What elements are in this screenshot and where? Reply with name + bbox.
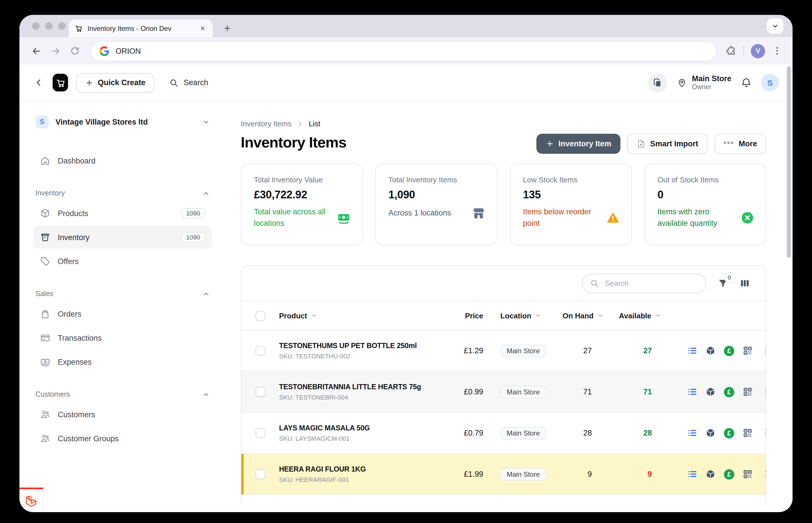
browser-menu-icon[interactable] (772, 46, 782, 56)
kebab-menu-icon (761, 428, 766, 438)
sidebar-item-transactions[interactable]: Transactions (33, 326, 212, 349)
sidebar-item-customers[interactable]: Customers (33, 403, 212, 426)
row-checkbox[interactable] (255, 387, 265, 397)
sidebar-section-inventory[interactable]: Inventory (33, 186, 212, 201)
row-menu-button[interactable] (761, 469, 766, 479)
stock-levels-button[interactable] (687, 346, 697, 356)
price-button[interactable]: £ (724, 387, 734, 397)
column-header-on-hand[interactable]: On Hand (560, 311, 623, 320)
row-menu-button[interactable] (761, 428, 766, 438)
sidebar-section-sales[interactable]: Sales (33, 286, 212, 301)
stock-levels-button[interactable] (687, 428, 697, 438)
price-button[interactable]: £ (724, 428, 734, 438)
users-icon (40, 433, 50, 444)
copy-workspace-button[interactable] (648, 73, 667, 92)
reload-button[interactable] (67, 43, 83, 59)
price-button[interactable]: £ (724, 345, 734, 356)
extensions-icon[interactable] (725, 46, 736, 56)
sidebar-item-dashboard[interactable]: Dashboard (33, 149, 212, 172)
toolbar-divider (743, 46, 744, 56)
shopping-bag-icon (40, 309, 50, 319)
price-cell: £1.99 (416, 470, 492, 479)
table-row[interactable]: LAYS MAGIC MASALA 50G SKU: LAYSMAGICM-00… (241, 413, 766, 454)
row-checkbox[interactable] (255, 428, 265, 438)
column-header-location[interactable]: Location (492, 311, 560, 320)
breadcrumb: Inventory Items List (241, 120, 766, 128)
window-controls[interactable] (32, 22, 66, 30)
row-menu-button[interactable] (761, 346, 766, 356)
smart-import-button[interactable]: Smart Import (627, 134, 707, 154)
product-details-button[interactable] (706, 469, 716, 479)
tab-close-icon[interactable] (198, 24, 207, 33)
list-icon (687, 428, 697, 438)
barcode-button[interactable] (743, 346, 753, 356)
company-badge: S (35, 115, 49, 128)
barcode-button[interactable] (743, 469, 753, 479)
columns-button[interactable] (739, 278, 750, 289)
table-search-input[interactable] (582, 273, 706, 293)
store-switcher[interactable]: Main Store Owner (676, 74, 731, 91)
location-badge: Main Store (500, 427, 546, 439)
tab-search-button[interactable] (767, 18, 783, 34)
row-checkbox[interactable] (255, 469, 265, 479)
barcode-button[interactable] (743, 387, 753, 397)
sidebar-section-customers[interactable]: Customers (33, 387, 212, 402)
chevron-up-icon (202, 290, 210, 297)
close-window-button[interactable] (32, 22, 39, 30)
stat-card-total-items: Total Inventory Items 1,090 Across 1 loc… (375, 163, 497, 245)
back-button[interactable] (28, 43, 44, 59)
browser-tab[interactable]: Inventory Items - Orion Dev (69, 19, 213, 37)
forward-button[interactable] (48, 43, 64, 59)
app-logo[interactable] (53, 74, 68, 91)
cube-icon (706, 346, 716, 356)
table-row[interactable]: TESTONETHUMS UP PET BOTTLE 250ml SKU: TE… (241, 330, 766, 372)
browser-profile-avatar[interactable]: V (751, 44, 765, 58)
notifications-button[interactable] (741, 77, 752, 88)
chevron-down-icon (202, 118, 210, 125)
zoom-window-button[interactable] (58, 22, 66, 30)
filter-button[interactable]: 0 (717, 277, 728, 289)
table-row[interactable]: TESTONEBRITANNIA LITTLE HEARTS 75g SKU: … (241, 372, 766, 413)
sidebar-item-customer-groups[interactable]: Customer Groups (33, 427, 212, 450)
column-header-available[interactable]: Available (623, 311, 687, 320)
select-all-checkbox[interactable] (255, 311, 265, 320)
price-button[interactable]: £ (724, 469, 734, 479)
sidebar-item-expenses[interactable]: Expenses (33, 350, 212, 373)
app-header: Quick Create Search Main Store Owner (19, 65, 793, 101)
chevron-up-icon (202, 391, 210, 398)
location-pin-icon (676, 77, 687, 88)
product-details-button[interactable] (706, 387, 716, 397)
sidebar-item-inventory[interactable]: Inventory 1090 (33, 226, 212, 249)
collapse-sidebar-button[interactable] (33, 77, 45, 88)
plus-icon (545, 140, 554, 148)
sidebar-item-offers[interactable]: Offers (33, 250, 212, 273)
row-checkbox[interactable] (255, 346, 265, 356)
location-badge: Main Store (500, 385, 546, 398)
barcode-button[interactable] (743, 428, 753, 438)
quick-create-button[interactable]: Quick Create (76, 73, 155, 92)
minimize-window-button[interactable] (45, 22, 53, 30)
page-scrollbar[interactable] (787, 66, 791, 258)
breadcrumb-parent[interactable]: Inventory Items (241, 120, 292, 128)
laravel-debugbar-button[interactable] (19, 488, 43, 512)
product-details-button[interactable] (706, 346, 716, 356)
global-search-button[interactable]: Search (166, 77, 212, 88)
sidebar-item-orders[interactable]: Orders (33, 302, 212, 325)
more-button[interactable]: ••• More (714, 134, 766, 154)
stock-levels-button[interactable] (687, 469, 697, 479)
sidebar-item-products[interactable]: Products 1090 (33, 202, 212, 224)
plus-icon (85, 78, 93, 87)
column-header-product[interactable]: Product (279, 311, 416, 320)
add-inventory-item-button[interactable]: Inventory Item (536, 134, 620, 154)
stock-levels-button[interactable] (687, 387, 697, 397)
on-hand-cell: 71 (560, 387, 623, 396)
tote-icon (40, 232, 50, 242)
chevron-down-icon (311, 312, 317, 319)
table-row-highlighted[interactable]: HEERA RAGI FLOUR 1KG SKU: HEERARAGIF-001… (241, 454, 766, 495)
user-avatar[interactable]: S (761, 74, 779, 91)
company-selector[interactable]: S Vintage Village Stores ltd (33, 110, 212, 133)
row-menu-button[interactable] (761, 387, 766, 397)
new-tab-button[interactable] (221, 22, 233, 34)
product-details-button[interactable] (706, 428, 716, 438)
url-bar[interactable]: ORION (90, 41, 716, 61)
